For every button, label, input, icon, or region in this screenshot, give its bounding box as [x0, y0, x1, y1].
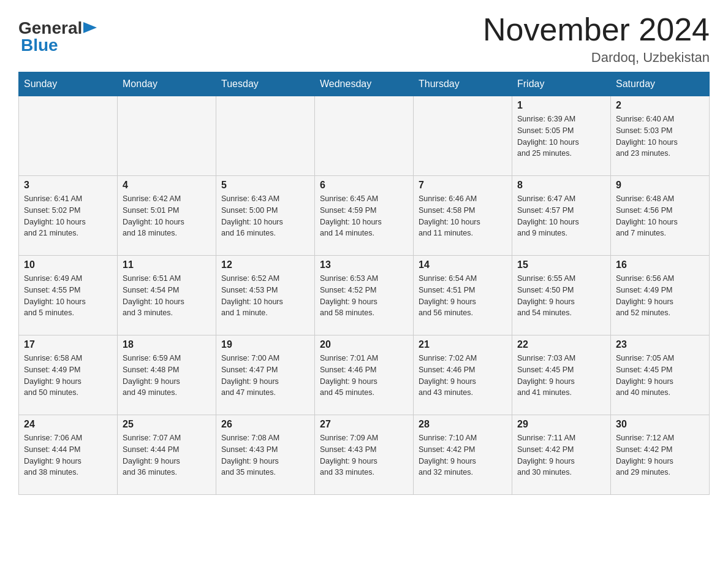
day-info: Sunrise: 6:59 AM Sunset: 4:48 PM Dayligh… — [123, 353, 211, 399]
weekday-header-thursday: Thursday — [414, 72, 512, 96]
calendar-header: SundayMondayTuesdayWednesdayThursdayFrid… — [19, 72, 710, 96]
day-info: Sunrise: 7:01 AM Sunset: 4:46 PM Dayligh… — [320, 353, 408, 399]
day-number: 2 — [616, 100, 704, 111]
calendar-cell: 12Sunrise: 6:52 AM Sunset: 4:53 PM Dayli… — [216, 256, 315, 335]
calendar-cell: 8Sunrise: 6:47 AM Sunset: 4:57 PM Daylig… — [512, 176, 611, 256]
weekday-header-row: SundayMondayTuesdayWednesdayThursdayFrid… — [19, 72, 710, 96]
day-info: Sunrise: 6:56 AM Sunset: 4:49 PM Dayligh… — [616, 273, 704, 319]
calendar-cell: 2Sunrise: 6:40 AM Sunset: 5:03 PM Daylig… — [611, 96, 710, 176]
calendar-cell: 23Sunrise: 7:05 AM Sunset: 4:45 PM Dayli… — [611, 335, 710, 415]
day-number: 5 — [221, 180, 309, 191]
calendar-cell: 13Sunrise: 6:53 AM Sunset: 4:52 PM Dayli… — [315, 256, 414, 335]
day-number: 13 — [320, 259, 408, 270]
weekday-header-monday: Monday — [118, 72, 216, 96]
day-info: Sunrise: 6:49 AM Sunset: 4:55 PM Dayligh… — [24, 273, 112, 319]
calendar-cell — [315, 96, 414, 176]
day-number: 7 — [419, 180, 507, 191]
day-number: 30 — [616, 419, 704, 430]
day-number: 17 — [24, 339, 112, 350]
day-info: Sunrise: 6:55 AM Sunset: 4:50 PM Dayligh… — [517, 273, 605, 319]
day-number: 29 — [517, 419, 605, 430]
day-info: Sunrise: 6:41 AM Sunset: 5:02 PM Dayligh… — [24, 193, 112, 239]
day-number: 3 — [24, 180, 112, 191]
day-info: Sunrise: 6:58 AM Sunset: 4:49 PM Dayligh… — [24, 353, 112, 399]
calendar-cell — [216, 96, 315, 176]
weekday-header-friday: Friday — [512, 72, 611, 96]
calendar-cell: 27Sunrise: 7:09 AM Sunset: 4:43 PM Dayli… — [315, 415, 414, 495]
day-info: Sunrise: 6:45 AM Sunset: 4:59 PM Dayligh… — [320, 193, 408, 239]
weekday-header-wednesday: Wednesday — [315, 72, 414, 96]
title-section: November 2024 Dardoq, Uzbekistan — [483, 12, 710, 66]
weekday-header-saturday: Saturday — [611, 72, 710, 96]
calendar-week-row: 24Sunrise: 7:06 AM Sunset: 4:44 PM Dayli… — [19, 415, 710, 495]
day-number: 20 — [320, 339, 408, 350]
page-header: General Blue November 2024 Dardoq, Uzbek… — [18, 12, 710, 66]
day-info: Sunrise: 6:42 AM Sunset: 5:01 PM Dayligh… — [123, 193, 211, 239]
logo: General Blue — [18, 12, 97, 55]
calendar-cell: 29Sunrise: 7:11 AM Sunset: 4:42 PM Dayli… — [512, 415, 611, 495]
calendar-cell: 20Sunrise: 7:01 AM Sunset: 4:46 PM Dayli… — [315, 335, 414, 415]
day-info: Sunrise: 6:46 AM Sunset: 4:58 PM Dayligh… — [419, 193, 507, 239]
day-info: Sunrise: 6:48 AM Sunset: 4:56 PM Dayligh… — [616, 193, 704, 239]
calendar-cell: 5Sunrise: 6:43 AM Sunset: 5:00 PM Daylig… — [216, 176, 315, 256]
calendar-cell: 4Sunrise: 6:42 AM Sunset: 5:01 PM Daylig… — [118, 176, 216, 256]
calendar-cell: 6Sunrise: 6:45 AM Sunset: 4:59 PM Daylig… — [315, 176, 414, 256]
weekday-header-tuesday: Tuesday — [216, 72, 315, 96]
day-number: 6 — [320, 180, 408, 191]
calendar-cell: 14Sunrise: 6:54 AM Sunset: 4:51 PM Dayli… — [414, 256, 512, 335]
day-number: 8 — [517, 180, 605, 191]
day-number: 22 — [517, 339, 605, 350]
calendar-cell: 16Sunrise: 6:56 AM Sunset: 4:49 PM Dayli… — [611, 256, 710, 335]
day-info: Sunrise: 7:06 AM Sunset: 4:44 PM Dayligh… — [24, 432, 112, 478]
day-info: Sunrise: 7:09 AM Sunset: 4:43 PM Dayligh… — [320, 432, 408, 478]
day-info: Sunrise: 6:54 AM Sunset: 4:51 PM Dayligh… — [419, 273, 507, 319]
day-number: 1 — [517, 100, 605, 111]
calendar-week-row: 3Sunrise: 6:41 AM Sunset: 5:02 PM Daylig… — [19, 176, 710, 256]
day-info: Sunrise: 7:07 AM Sunset: 4:44 PM Dayligh… — [123, 432, 211, 478]
day-number: 4 — [123, 180, 211, 191]
calendar-cell: 15Sunrise: 6:55 AM Sunset: 4:50 PM Dayli… — [512, 256, 611, 335]
calendar-week-row: 17Sunrise: 6:58 AM Sunset: 4:49 PM Dayli… — [19, 335, 710, 415]
calendar-cell: 18Sunrise: 6:59 AM Sunset: 4:48 PM Dayli… — [118, 335, 216, 415]
calendar-cell — [414, 96, 512, 176]
day-number: 28 — [419, 419, 507, 430]
svg-marker-0 — [83, 22, 97, 33]
day-number: 12 — [221, 259, 309, 270]
calendar-cell: 24Sunrise: 7:06 AM Sunset: 4:44 PM Dayli… — [19, 415, 118, 495]
logo-triangle-icon — [83, 22, 97, 33]
calendar-cell: 25Sunrise: 7:07 AM Sunset: 4:44 PM Dayli… — [118, 415, 216, 495]
day-info: Sunrise: 7:02 AM Sunset: 4:46 PM Dayligh… — [419, 353, 507, 399]
logo-blue-text: Blue — [21, 36, 58, 55]
day-number: 15 — [517, 259, 605, 270]
calendar-cell: 21Sunrise: 7:02 AM Sunset: 4:46 PM Dayli… — [414, 335, 512, 415]
calendar-cell: 7Sunrise: 6:46 AM Sunset: 4:58 PM Daylig… — [414, 176, 512, 256]
day-info: Sunrise: 6:40 AM Sunset: 5:03 PM Dayligh… — [616, 113, 704, 159]
day-info: Sunrise: 7:08 AM Sunset: 4:43 PM Dayligh… — [221, 432, 309, 478]
day-number: 16 — [616, 259, 704, 270]
calendar-week-row: 1Sunrise: 6:39 AM Sunset: 5:05 PM Daylig… — [19, 96, 710, 176]
day-number: 27 — [320, 419, 408, 430]
day-number: 26 — [221, 419, 309, 430]
calendar-cell — [19, 96, 118, 176]
calendar-week-row: 10Sunrise: 6:49 AM Sunset: 4:55 PM Dayli… — [19, 256, 710, 335]
day-number: 23 — [616, 339, 704, 350]
day-info: Sunrise: 6:47 AM Sunset: 4:57 PM Dayligh… — [517, 193, 605, 239]
calendar-table: SundayMondayTuesdayWednesdayThursdayFrid… — [18, 72, 710, 495]
day-number: 24 — [24, 419, 112, 430]
day-info: Sunrise: 6:43 AM Sunset: 5:00 PM Dayligh… — [221, 193, 309, 239]
calendar-body: 1Sunrise: 6:39 AM Sunset: 5:05 PM Daylig… — [19, 96, 710, 495]
calendar-cell: 11Sunrise: 6:51 AM Sunset: 4:54 PM Dayli… — [118, 256, 216, 335]
calendar-cell: 19Sunrise: 7:00 AM Sunset: 4:47 PM Dayli… — [216, 335, 315, 415]
day-info: Sunrise: 7:12 AM Sunset: 4:42 PM Dayligh… — [616, 432, 704, 478]
calendar-cell: 17Sunrise: 6:58 AM Sunset: 4:49 PM Dayli… — [19, 335, 118, 415]
day-info: Sunrise: 7:05 AM Sunset: 4:45 PM Dayligh… — [616, 353, 704, 399]
day-number: 9 — [616, 180, 704, 191]
month-title: November 2024 — [483, 12, 710, 47]
day-info: Sunrise: 7:10 AM Sunset: 4:42 PM Dayligh… — [419, 432, 507, 478]
calendar-cell: 22Sunrise: 7:03 AM Sunset: 4:45 PM Dayli… — [512, 335, 611, 415]
day-info: Sunrise: 6:52 AM Sunset: 4:53 PM Dayligh… — [221, 273, 309, 319]
day-info: Sunrise: 7:03 AM Sunset: 4:45 PM Dayligh… — [517, 353, 605, 399]
day-info: Sunrise: 7:11 AM Sunset: 4:42 PM Dayligh… — [517, 432, 605, 478]
calendar-cell: 1Sunrise: 6:39 AM Sunset: 5:05 PM Daylig… — [512, 96, 611, 176]
day-number: 25 — [123, 419, 211, 430]
